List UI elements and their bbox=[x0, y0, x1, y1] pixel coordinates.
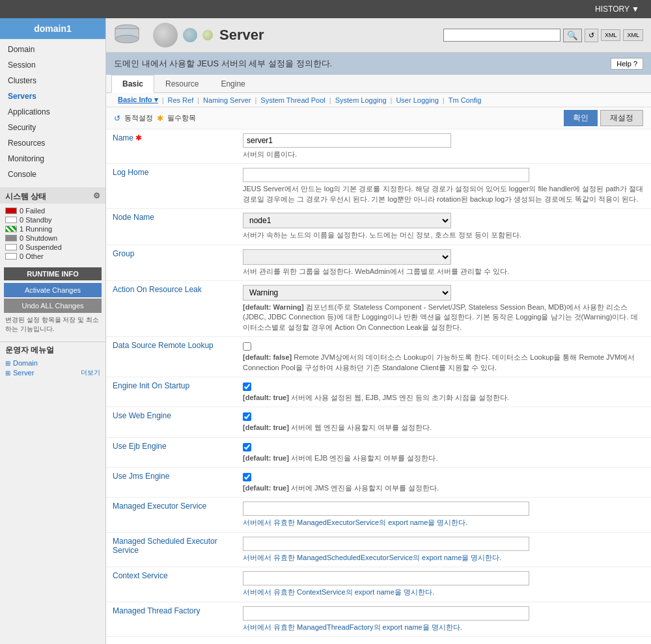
search-area: 🔍 ↺ XML XML bbox=[443, 29, 643, 42]
sidebar-item-domain[interactable]: Domain bbox=[0, 42, 105, 57]
action-bar: ↺ 동적설정 ✱ 필수항목 확인 재설정 bbox=[106, 107, 651, 129]
input-name[interactable] bbox=[243, 133, 451, 148]
subnav-system-thread-pool[interactable]: System Thread Pool bbox=[256, 96, 329, 104]
desc-use-jms-engine: [default: true] 서버에 JMS 엔진을 사용할지 여부를 설정한… bbox=[243, 483, 644, 493]
form-row-name: Name ✱ 서버의 이름이다. bbox=[106, 129, 651, 164]
label-log-home: Log Home bbox=[106, 164, 236, 209]
checkbox-engine-init-startup[interactable] bbox=[243, 382, 251, 391]
status-running: 1 Running bbox=[5, 224, 100, 234]
label-node-name: Node Name bbox=[106, 209, 236, 245]
sidebar-nav: Domain Session Clusters Servers Applicat… bbox=[0, 39, 105, 185]
history-button[interactable]: HISTORY ▼ bbox=[589, 2, 646, 16]
activate-changes-button[interactable]: Activate Changes bbox=[4, 283, 102, 297]
input-log-home[interactable] bbox=[243, 168, 529, 182]
runtime-info-button[interactable]: RUNTIME INFO bbox=[4, 267, 102, 280]
confirm-button[interactable]: 확인 bbox=[564, 110, 598, 126]
checkbox-row-engine-init bbox=[243, 381, 644, 391]
ops-server-item[interactable]: ⊞ Server 더보기 bbox=[5, 368, 100, 378]
form-row-use-web-engine: Use Web Engine [default: true] 서버에 웹 엔진을… bbox=[106, 407, 651, 437]
table-icon-domain: ⊞ bbox=[5, 360, 10, 367]
description-bar: 도메인 내에서 사용할 JEUS 서버의 세부 설정을 정의한다. Help ? bbox=[106, 53, 651, 75]
select-node-name[interactable]: node1 bbox=[243, 213, 451, 228]
desc-managed-thread-factory: 서버에서 유효한 ManagedThreadFactory의 export na… bbox=[243, 623, 644, 632]
checkbox-use-ejb-engine[interactable] bbox=[243, 443, 251, 451]
input-context-service[interactable] bbox=[243, 571, 529, 585]
subnav-tm-config[interactable]: Tm Config bbox=[445, 96, 486, 104]
label-name: Name ✱ bbox=[106, 129, 236, 164]
sub-nav: Basic Info ▾ | Res Ref | Naming Server |… bbox=[106, 93, 651, 107]
ops-more-link[interactable]: 더보기 bbox=[81, 368, 100, 377]
subnav-user-logging[interactable]: User Logging bbox=[392, 96, 442, 104]
search-input[interactable] bbox=[443, 29, 561, 42]
ops-menu-title: 운영자 메뉴얼 bbox=[5, 345, 100, 356]
label-managed-executor-service: Managed Executor Service bbox=[106, 498, 236, 532]
checkbox-row-web-engine bbox=[243, 411, 644, 421]
value-group: 서버 관리를 위한 그룹을 설정한다. WebAdmin에서 그룹별로 서버를 … bbox=[236, 245, 651, 280]
sidebar-item-console[interactable]: Console bbox=[0, 167, 105, 182]
checkbox-row-jms-engine bbox=[243, 472, 644, 481]
sidebar-item-monitoring[interactable]: Monitoring bbox=[0, 151, 105, 167]
refresh-button[interactable]: ↺ bbox=[585, 29, 598, 42]
sidebar: domain1 Domain Session Clusters Servers … bbox=[0, 18, 106, 644]
sidebar-item-applications[interactable]: Applications bbox=[0, 104, 105, 120]
select-action-resource-leak[interactable]: Warning Exception None bbox=[243, 285, 451, 301]
subnav-res-ref[interactable]: Res Ref bbox=[163, 96, 197, 104]
value-context-service: 서버에서 유효한 ContextService의 export name을 명시… bbox=[236, 567, 651, 602]
input-managed-scheduled-executor-service[interactable] bbox=[243, 537, 529, 551]
value-action-resource-leak: Warning Exception None [default: Warning… bbox=[236, 280, 651, 336]
status-standby: 0 Standby bbox=[5, 215, 100, 224]
checkbox-datasource-remote-lookup[interactable] bbox=[243, 342, 251, 351]
search-button[interactable]: 🔍 bbox=[563, 29, 582, 42]
subnav-basic-info[interactable]: Basic Info ▾ bbox=[114, 96, 162, 104]
label-group: Group bbox=[106, 245, 236, 280]
subnav-naming-server[interactable]: Naming Server bbox=[199, 96, 255, 104]
main-layout: domain1 Domain Session Clusters Servers … bbox=[0, 18, 651, 644]
value-datasource-remote-lookup: [default: false] Remote JVM상에서의 데이터소스 Lo… bbox=[236, 337, 651, 377]
subnav-system-logging[interactable]: System Logging bbox=[331, 96, 391, 104]
label-context-service: Context Service bbox=[106, 567, 236, 602]
refresh-icon[interactable]: ↺ bbox=[114, 114, 120, 123]
desc-context-service: 서버에서 유효한 ContextService의 export name을 명시… bbox=[243, 587, 644, 597]
value-managed-executor-service: 서버에서 유효한 ManagedExecutorService의 export … bbox=[236, 498, 651, 532]
tab-resource[interactable]: Resource bbox=[154, 75, 210, 92]
runtime-section: RUNTIME INFO Activate Changes Undo ALL C… bbox=[4, 267, 102, 336]
form-row-use-jms-engine: Use Jms Engine [default: true] 서버에 JMS 엔… bbox=[106, 468, 651, 498]
system-status-settings-icon[interactable]: ⚙ bbox=[93, 191, 100, 200]
tab-basic[interactable]: Basic bbox=[111, 75, 154, 93]
checkbox-use-web-engine[interactable] bbox=[243, 412, 251, 421]
description-text: 도메인 내에서 사용할 JEUS 서버의 세부 설정을 정의한다. bbox=[114, 58, 332, 70]
input-managed-thread-factory[interactable] bbox=[243, 606, 529, 621]
form-row-datasource-remote-lookup: Data Source Remote Lookup [default: fals… bbox=[106, 337, 651, 377]
label-use-ejb-engine: Use Ejb Engine bbox=[106, 437, 236, 467]
desc-log-home: JEUS Server에서 만드는 log의 기본 경로를 지정한다. 해당 경… bbox=[243, 184, 644, 204]
dynamic-setting-label: 동적설정 bbox=[124, 113, 153, 123]
sidebar-item-resources[interactable]: Resources bbox=[0, 135, 105, 151]
failed-bar bbox=[5, 208, 17, 214]
input-managed-executor-service[interactable] bbox=[243, 502, 529, 516]
form-row-engine-init-startup: Engine Init On Startup [default: true] 서… bbox=[106, 377, 651, 407]
form-row-managed-scheduled-executor-service: Managed Scheduled Executor Service 서버에서 … bbox=[106, 532, 651, 567]
xml-button2[interactable]: XML bbox=[623, 29, 643, 41]
value-engine-init-startup: [default: true] 서버에 사용 설정된 웹, EJB, JMS 엔… bbox=[236, 377, 651, 407]
server-icon bbox=[114, 22, 140, 48]
sidebar-item-servers[interactable]: Servers bbox=[0, 88, 105, 104]
select-group[interactable] bbox=[243, 249, 451, 265]
reset-button[interactable]: 재설정 bbox=[600, 110, 643, 126]
label-managed-scheduled-executor-service: Managed Scheduled Executor Service bbox=[106, 532, 236, 567]
xml-button1[interactable]: XML bbox=[601, 29, 621, 41]
shutdown-bar bbox=[5, 235, 17, 241]
sidebar-item-clusters[interactable]: Clusters bbox=[0, 73, 105, 88]
help-button[interactable]: Help ? bbox=[611, 58, 643, 70]
value-log-home: JEUS Server에서 만드는 log의 기본 경로를 지정한다. 해당 경… bbox=[236, 164, 651, 209]
checkbox-use-jms-engine[interactable] bbox=[243, 473, 251, 481]
ops-domain-item[interactable]: ⊞ Domain bbox=[5, 358, 100, 368]
form-table: Name ✱ 서버의 이름이다. Log Home JEUS Server에서 … bbox=[106, 129, 651, 637]
app-container: HISTORY ▼ domain1 Domain Session Cluster… bbox=[0, 0, 651, 644]
circle1 bbox=[153, 23, 178, 47]
sidebar-item-security[interactable]: Security bbox=[0, 120, 105, 135]
form-row-log-home: Log Home JEUS Server에서 만드는 log의 기본 경로를 지… bbox=[106, 164, 651, 209]
sidebar-item-session[interactable]: Session bbox=[0, 57, 105, 73]
tab-engine[interactable]: Engine bbox=[210, 75, 256, 92]
undo-all-changes-button[interactable]: Undo ALL Changes bbox=[4, 299, 102, 313]
value-use-jms-engine: [default: true] 서버에 JMS 엔진을 사용할지 여부를 설정한… bbox=[236, 468, 651, 498]
